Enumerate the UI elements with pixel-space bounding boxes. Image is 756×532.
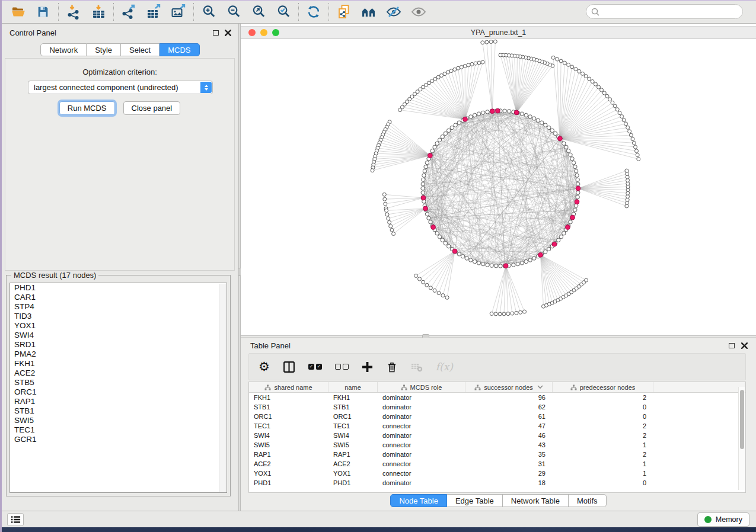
network-leaf-node[interactable]: [563, 61, 566, 65]
network-leaf-node[interactable]: [493, 40, 497, 43]
network-leaf-node[interactable]: [382, 193, 386, 196]
column-header-mcds-role[interactable]: MCDS role: [378, 382, 465, 392]
network-node[interactable]: [447, 129, 451, 132]
network-leaf-node[interactable]: [567, 63, 570, 66]
mcds-hub-node[interactable]: [496, 108, 500, 113]
network-leaf-node[interactable]: [387, 217, 390, 220]
network-leaf-node[interactable]: [499, 53, 502, 57]
split-view-button[interactable]: [283, 361, 295, 373]
network-leaf-node[interactable]: [584, 75, 588, 78]
network-leaf-node[interactable]: [611, 101, 614, 104]
table-row[interactable]: TEC1TEC1connector472: [249, 421, 745, 431]
network-leaf-node[interactable]: [392, 232, 395, 236]
mcds-result-item[interactable]: STB5: [10, 378, 227, 387]
network-leaf-node[interactable]: [608, 98, 612, 101]
network-leaf-node[interactable]: [570, 65, 574, 69]
network-node[interactable]: [421, 182, 425, 186]
network-leaf-node[interactable]: [618, 111, 621, 115]
table-row[interactable]: YOX1YOX1connector291: [249, 469, 745, 478]
mcds-hub-node[interactable]: [538, 252, 543, 257]
network-node[interactable]: [499, 264, 502, 268]
network-node[interactable]: [477, 261, 481, 265]
network-node[interactable]: [444, 241, 447, 245]
network-node[interactable]: [421, 187, 425, 190]
mcds-result-item[interactable]: SWI5: [10, 416, 227, 425]
mcds-hub-node[interactable]: [552, 242, 557, 246]
network-leaf-node[interactable]: [463, 65, 467, 68]
network-leaf-node[interactable]: [594, 82, 597, 86]
mcds-hub-node[interactable]: [452, 249, 457, 254]
mcds-hub-node[interactable]: [423, 206, 428, 211]
optimization-criterion-select[interactable]: largest connected component (undirected): [28, 81, 213, 94]
mcds-result-item[interactable]: ORC1: [10, 387, 227, 397]
network-leaf-node[interactable]: [636, 153, 639, 157]
network-leaf-node[interactable]: [477, 61, 481, 65]
network-leaf-node[interactable]: [574, 68, 578, 71]
network-node[interactable]: [576, 178, 579, 181]
network-node[interactable]: [430, 149, 434, 152]
network-leaf-node[interactable]: [620, 115, 624, 118]
network-node[interactable]: [433, 145, 436, 149]
network-leaf-node[interactable]: [457, 66, 460, 70]
network-leaf-node[interactable]: [629, 133, 633, 137]
memory-button[interactable]: Memory: [697, 512, 749, 527]
mcds-result-item[interactable]: CAR1: [10, 293, 227, 302]
network-leaf-node[interactable]: [485, 40, 489, 44]
network-leaf-node[interactable]: [635, 149, 639, 153]
network-leaf-node[interactable]: [384, 202, 387, 206]
network-leaf-node[interactable]: [637, 158, 640, 161]
network-node[interactable]: [547, 126, 551, 129]
network-leaf-node[interactable]: [622, 118, 626, 122]
network-leaf-node[interactable]: [588, 77, 591, 81]
network-node[interactable]: [503, 109, 506, 113]
network-leaf-node[interactable]: [414, 274, 418, 278]
network-node[interactable]: [550, 129, 554, 132]
network-leaf-node[interactable]: [519, 310, 522, 314]
network-node[interactable]: [573, 208, 577, 211]
open-file-button[interactable]: [6, 2, 31, 22]
network-leaf-node[interactable]: [489, 40, 493, 44]
import-network-button[interactable]: [61, 2, 86, 22]
network-leaf-node[interactable]: [385, 209, 388, 212]
network-leaf-node[interactable]: [624, 122, 628, 126]
delete-row-button[interactable]: [386, 361, 398, 373]
mcds-result-item[interactable]: RAP1: [10, 397, 227, 406]
network-leaf-node[interactable]: [559, 59, 563, 63]
network-node[interactable]: [454, 123, 457, 127]
network-leaf-node[interactable]: [389, 225, 393, 228]
refresh-view-button[interactable]: [301, 2, 326, 22]
select-checkboxes-button[interactable]: ✓✓: [308, 364, 322, 370]
network-node[interactable]: [447, 245, 451, 248]
close-window-icon[interactable]: [248, 29, 256, 36]
mcds-result-item[interactable]: PHD1: [10, 283, 227, 293]
network-leaf-node[interactable]: [506, 312, 510, 316]
close-panel-icon[interactable]: [225, 30, 231, 36]
network-leaf-node[interactable]: [470, 62, 474, 66]
network-leaf-node[interactable]: [591, 80, 594, 84]
scrollbar-thumb[interactable]: [740, 390, 744, 449]
network-leaf-node[interactable]: [422, 280, 425, 284]
zoom-selected-button[interactable]: [271, 2, 296, 22]
network-leaf-node[interactable]: [632, 141, 636, 145]
network-node[interactable]: [425, 212, 429, 216]
network-leaf-node[interactable]: [467, 63, 470, 67]
mcds-hub-node[interactable]: [575, 200, 579, 204]
mcds-hub-node[interactable]: [421, 196, 426, 200]
network-node[interactable]: [544, 250, 547, 254]
zoom-fit-button[interactable]: [246, 2, 271, 22]
network-node[interactable]: [486, 263, 489, 267]
network-node[interactable]: [441, 238, 444, 242]
mcds-result-item[interactable]: TID3: [10, 312, 227, 321]
network-leaf-node[interactable]: [388, 220, 391, 224]
network-node[interactable]: [569, 153, 572, 156]
network-node[interactable]: [536, 118, 540, 122]
table-row[interactable]: RAP1RAP1dominator352: [249, 450, 745, 459]
network-leaf-node[interactable]: [429, 286, 432, 290]
network-leaf-node[interactable]: [613, 104, 617, 108]
table-row[interactable]: SWI5SWI5connector431: [249, 440, 745, 450]
network-leaf-node[interactable]: [481, 60, 484, 64]
table-row[interactable]: ACE2ACE2connector311: [249, 459, 745, 469]
network-leaf-node[interactable]: [383, 197, 387, 201]
close-panel-icon[interactable]: [741, 342, 748, 349]
network-leaf-node[interactable]: [385, 213, 389, 216]
